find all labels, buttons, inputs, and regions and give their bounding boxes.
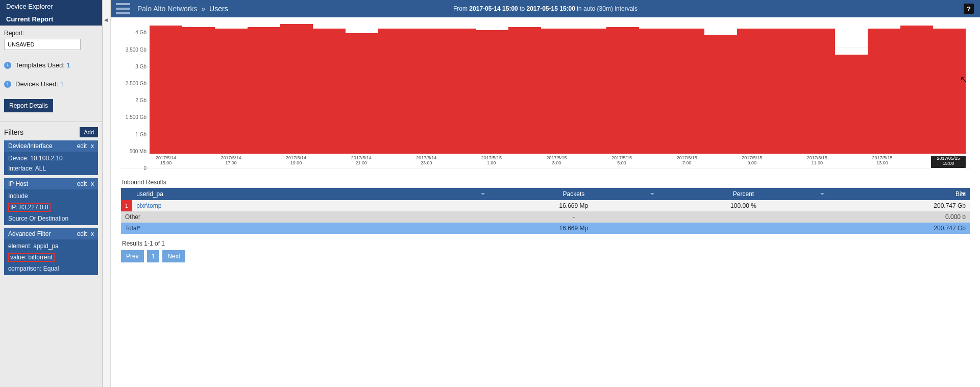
chart-bar[interactable]	[313, 29, 346, 154]
pager-prev[interactable]: Prev	[121, 250, 144, 262]
devices-used-row[interactable]: + Devices Used: 1	[4, 80, 98, 88]
chart-bar[interactable]	[574, 29, 606, 154]
chart-bar[interactable]	[476, 30, 509, 154]
breadcrumb: Palo Alto Networks » Users	[137, 5, 228, 13]
cell-bits: 0.000 b	[828, 211, 970, 223]
chart-bar[interactable]	[411, 29, 444, 154]
cell-percent	[658, 223, 828, 234]
chart-bar[interactable]	[378, 29, 411, 154]
nav-current-report[interactable]: Current Report	[0, 13, 102, 26]
chart-bar[interactable]	[933, 29, 966, 154]
chart-xtick: 2017/5/15 7:00	[671, 156, 703, 168]
sidebar: Device Explorer Current Report Report: +…	[0, 0, 103, 387]
templates-used-row[interactable]: + Templates Used: 1	[4, 61, 98, 69]
chart-bar[interactable]	[704, 35, 737, 154]
chart-bar[interactable]	[215, 29, 248, 154]
chart-bar[interactable]	[346, 33, 378, 154]
splitter-handle[interactable]: ◀	[103, 0, 111, 387]
chart-ytick: 4 Gb	[121, 30, 146, 35]
filter-edit[interactable]: edit	[77, 142, 87, 150]
pager-next[interactable]: Next	[162, 250, 185, 262]
chart-bar[interactable]	[280, 24, 313, 154]
col-packets[interactable]: Packets	[489, 188, 659, 200]
chart-xtick: 2017/5/15 13:00	[866, 156, 899, 168]
filter-title: Advanced Filter	[8, 230, 51, 237]
templates-used-count: 1	[67, 61, 70, 69]
chart-bar[interactable]	[248, 27, 280, 154]
table-row-other: Other-0.000 b	[121, 211, 970, 223]
cell-bits: 200.747 Gb	[828, 200, 970, 211]
report-input[interactable]	[4, 39, 81, 50]
chart-bar[interactable]	[802, 29, 835, 154]
chart-bar[interactable]	[606, 27, 639, 154]
templates-used-label: Templates Used:	[15, 61, 65, 69]
chart-bar[interactable]	[737, 29, 770, 154]
chart-bar[interactable]	[672, 29, 704, 154]
filter-edit[interactable]: edit	[77, 230, 87, 237]
chart-bar[interactable]	[770, 29, 802, 154]
filter-include-line: Include	[8, 192, 94, 200]
expand-icon: +	[4, 62, 11, 69]
chart-xtick: 2017/5/14 17:00	[215, 156, 248, 168]
range-to: 2017-05-15 15:00	[526, 5, 575, 12]
chart-bar[interactable]	[444, 29, 476, 154]
nav-device-explorer[interactable]: Device Explorer	[0, 0, 102, 13]
filter-device-interface: Device/Interface edit x Device: 10.100.2…	[4, 140, 98, 175]
col-user[interactable]: userid_pa	[132, 188, 488, 200]
pager: Prev 1 Next	[121, 250, 970, 262]
filter-value-line: value: bittorrent	[8, 253, 55, 262]
report-details-button[interactable]: Report Details	[4, 99, 53, 112]
collapse-icon: ◀	[104, 17, 108, 22]
chart-ytick: 1.500 Gb	[121, 114, 146, 120]
chart-bar[interactable]	[868, 29, 900, 154]
filter-close[interactable]: x	[91, 230, 94, 237]
traffic-chart[interactable]: 2017/5/14 15:002017/5/14 17:002017/5/14 …	[121, 26, 970, 168]
breadcrumb-sep: »	[201, 5, 205, 13]
report-label: Report:	[4, 30, 98, 37]
col-percent[interactable]: Percent	[658, 188, 828, 200]
filter-interface-line: Interface: ALL	[8, 165, 94, 172]
cell-bits: 200.747 Gb	[828, 223, 970, 234]
chart-ytick: 3 Gb	[121, 63, 146, 69]
help-button[interactable]: ?	[964, 4, 974, 14]
filter-ip-host: IP Host edit x Include IP: 83.227.0.8 So…	[4, 178, 98, 225]
filter-close[interactable]: x	[91, 180, 94, 187]
filter-title: Device/Interface	[8, 142, 53, 150]
chart-bar[interactable]	[541, 29, 574, 154]
filter-ip-line: IP: 83.227.0.8	[8, 203, 51, 212]
pager-summary: Results 1-1 of 1	[122, 240, 970, 247]
cell-percent	[658, 211, 828, 223]
chart-bar[interactable]	[182, 27, 215, 154]
main: Palo Alto Networks » Users From 2017-05-…	[111, 0, 980, 387]
pager-page-1[interactable]: 1	[147, 250, 160, 262]
chart-xtick: 2017/5/14 15:00	[150, 156, 182, 168]
chart-xtick: 2017/5/14 21:00	[345, 156, 378, 168]
chart-xtick: 2017/5/15 11:00	[801, 156, 834, 168]
breadcrumb-root[interactable]: Palo Alto Networks	[137, 5, 198, 13]
chart-bar[interactable]	[639, 29, 672, 154]
chart-xtick: 2017/5/15 1:00	[475, 156, 508, 168]
results-table: userid_pa Packets Percent Bits 1plxr\tom…	[121, 188, 970, 234]
hamburger-icon[interactable]	[116, 3, 130, 14]
filter-close[interactable]: x	[91, 142, 94, 150]
topbar: Palo Alto Networks » Users From 2017-05-…	[111, 0, 980, 17]
col-bits[interactable]: Bits	[828, 188, 970, 200]
add-filter-button[interactable]: Add	[80, 127, 98, 137]
row-index: 1	[121, 200, 132, 211]
table-row[interactable]: 1plxr\tomp16.669 Mp100.00 %200.747 Gb	[121, 200, 970, 211]
chart-xtick: 2017/5/15 5:00	[605, 156, 638, 168]
chart-bar[interactable]	[835, 55, 868, 154]
other-label: Other	[121, 211, 489, 223]
results-title: Inbound Results	[122, 179, 970, 186]
user-link[interactable]: plxr\tomp	[136, 202, 161, 209]
chart-bar[interactable]	[150, 26, 182, 154]
breadcrumb-leaf: Users	[209, 5, 228, 13]
chart-bar[interactable]	[508, 27, 541, 154]
chart-ytick: 1 Gb	[121, 131, 146, 137]
chart-bar[interactable]	[900, 26, 933, 154]
chart-xtick: 2017/5/15 9:00	[736, 156, 768, 168]
devices-used-count: 1	[60, 80, 64, 88]
time-range[interactable]: From 2017-05-14 15:00 to 2017-05-15 15:0…	[453, 5, 638, 12]
filter-edit[interactable]: edit	[77, 180, 87, 187]
range-prefix: From	[453, 5, 468, 12]
